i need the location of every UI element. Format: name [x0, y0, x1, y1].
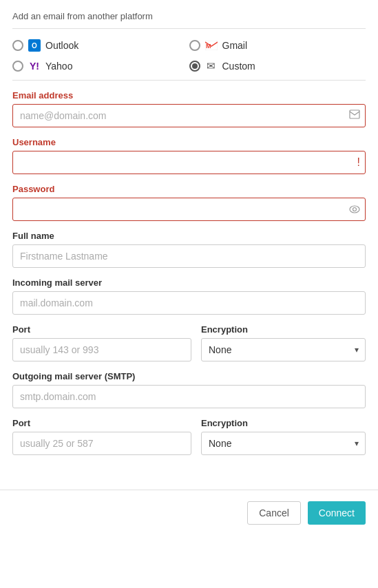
custom-envelope-icon: ✉ — [204, 59, 218, 73]
outgoing-server-group: Outgoing mail server (SMTP) — [12, 371, 366, 408]
username-input-wrapper: ! — [12, 151, 366, 174]
radio-yahoo[interactable] — [12, 61, 23, 72]
section-divider — [12, 80, 366, 81]
outgoing-port-label: Port — [12, 418, 191, 428]
outgoing-encryption-select[interactable]: None SSL/TLS STARTTLS — [201, 432, 366, 455]
password-toggle-icon[interactable] — [349, 204, 360, 216]
email-input[interactable] — [12, 104, 366, 127]
yahoo-icon: Y! — [28, 59, 41, 73]
svg-text:M: M — [206, 43, 211, 50]
outgoing-port-col: Port — [12, 418, 191, 455]
radio-gmail[interactable] — [189, 40, 200, 51]
fullname-input[interactable] — [12, 244, 366, 268]
email-input-wrapper — [12, 104, 366, 127]
provider-custom[interactable]: ✉ Custom — [189, 59, 366, 73]
password-label: Password — [12, 184, 366, 194]
provider-gmail[interactable]: M Gmail — [189, 39, 366, 52]
incoming-encryption-select[interactable]: None SSL/TLS STARTTLS — [201, 338, 366, 361]
incoming-port-encryption-group: Port Encryption None SSL/TLS STARTTLS ▾ — [12, 324, 366, 361]
username-group: Username ! — [12, 137, 366, 174]
outgoing-port-encryption-group: Port Encryption None SSL/TLS STARTTLS ▾ — [12, 418, 366, 455]
radio-outlook[interactable] — [12, 40, 23, 51]
incoming-port-label: Port — [12, 324, 191, 335]
svg-point-3 — [353, 207, 357, 211]
radio-custom[interactable] — [189, 61, 200, 72]
footer: Cancel Connect — [0, 490, 378, 536]
email-label: Email address — [12, 90, 366, 101]
username-label: Username — [12, 137, 366, 147]
svg-rect-1 — [350, 110, 359, 118]
outgoing-label: Outgoing mail server (SMTP) — [12, 371, 366, 381]
outgoing-encryption-select-wrapper: None SSL/TLS STARTTLS ▾ — [201, 432, 366, 455]
password-input[interactable] — [12, 198, 366, 221]
incoming-encryption-col: Encryption None SSL/TLS STARTTLS ▾ — [201, 324, 366, 361]
incoming-server-input[interactable] — [12, 291, 366, 315]
username-input[interactable] — [12, 151, 366, 174]
email-icon — [349, 109, 360, 123]
outgoing-port-input[interactable] — [12, 432, 191, 455]
incoming-encryption-select-wrapper: None SSL/TLS STARTTLS ▾ — [201, 338, 366, 361]
incoming-encryption-label: Encryption — [201, 324, 366, 335]
password-input-wrapper — [12, 198, 366, 221]
email-group: Email address — [12, 90, 366, 127]
outlook-label: Outlook — [45, 40, 78, 51]
outgoing-encryption-label: Encryption — [201, 418, 366, 428]
connect-button[interactable]: Connect — [308, 501, 366, 525]
outlook-icon: O — [28, 39, 41, 52]
incoming-server-group: Incoming mail server — [12, 277, 366, 315]
username-error-icon: ! — [357, 156, 360, 169]
incoming-label: Incoming mail server — [12, 277, 366, 288]
incoming-port-input[interactable] — [12, 338, 191, 361]
password-group: Password — [12, 184, 366, 221]
provider-yahoo[interactable]: Y! Yahoo — [12, 59, 189, 73]
gmail-label: Gmail — [222, 40, 248, 51]
cancel-button[interactable]: Cancel — [247, 501, 301, 525]
outgoing-encryption-col: Encryption None SSL/TLS STARTTLS ▾ — [201, 418, 366, 455]
provider-outlook[interactable]: O Outlook — [12, 39, 189, 52]
fullname-group: Full name — [12, 231, 366, 268]
page-title: Add an email from another platform — [12, 11, 366, 29]
gmail-icon: M — [204, 39, 218, 52]
incoming-port-col: Port — [12, 324, 191, 361]
fullname-label: Full name — [12, 231, 366, 241]
svg-point-2 — [350, 206, 359, 213]
custom-label: Custom — [222, 61, 255, 72]
yahoo-label: Yahoo — [45, 61, 72, 72]
outgoing-server-input[interactable] — [12, 385, 366, 408]
